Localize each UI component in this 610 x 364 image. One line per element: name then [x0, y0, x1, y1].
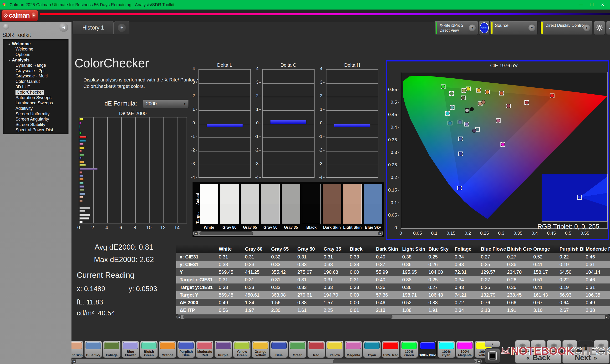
colorchecker-swatch-strip[interactable]: Actual Target WhiteGray 80Gray 65Gray 50…	[193, 182, 384, 237]
panel-collapse-button[interactable]: ◀	[606, 21, 610, 35]
patch-button-cyan[interactable]: Cyan	[363, 341, 381, 358]
patch-button-yellow[interactable]: Yellow	[326, 341, 344, 358]
delta-chart-delta-l[interactable]: Delta L43210-1-2-3-4	[189, 62, 252, 183]
swatch-white[interactable]	[200, 184, 218, 224]
patch-button-100-red[interactable]: 100% Red	[382, 341, 399, 358]
swatch-gray-65[interactable]	[241, 184, 259, 224]
patch-button-blue[interactable]: Blue	[270, 341, 288, 358]
patch-button-green[interactable]: Green	[289, 341, 306, 358]
scroll-left-arrow[interactable]: ◀	[177, 315, 181, 319]
swatch-gray-35[interactable]	[282, 184, 300, 224]
meter-session-button[interactable]: 233	[479, 21, 489, 35]
sidebar-item-dynamic-range[interactable]: Dynamic Range	[3, 63, 68, 68]
sidebar-collapse-button[interactable]: ◀	[59, 23, 68, 32]
scroll-thumb[interactable]	[183, 315, 392, 319]
table-cell: 275.07	[296, 269, 322, 275]
meter-dropdown[interactable]: X-Rite i1Pro 2 Direct View ▼	[435, 21, 478, 35]
table-cell: 0.27	[480, 277, 506, 283]
delta-chart-delta-h[interactable]: Delta H43210-1-2-3-4	[316, 62, 379, 183]
patch-button-blue-flower[interactable]: Blue Flower	[121, 341, 139, 358]
scroll-left-arrow[interactable]: ◀	[72, 360, 76, 363]
scroll-left-arrow[interactable]: ◀	[194, 231, 198, 235]
patch-button-100-cyan[interactable]: 100% Cyan	[438, 341, 455, 358]
patch-button-100-green[interactable]: 100% Green	[400, 341, 418, 358]
pattern-up-button[interactable]: ▲	[485, 341, 500, 347]
swatch-light-skin[interactable]	[343, 184, 362, 224]
sidebar-item-welcome[interactable]: Welcome	[3, 47, 68, 52]
display-control-dropdown[interactable]: Direct Display Control ▼	[540, 21, 592, 35]
swatch-blue-sky[interactable]	[363, 184, 382, 224]
sidebar-item-additivity[interactable]: Additivity	[3, 106, 68, 111]
scroll-right-arrow[interactable]: ▶	[378, 231, 382, 235]
sidebar-item-grayscale-2pt[interactable]: Grayscale - 2pt	[3, 68, 68, 74]
swatch-gray-80[interactable]	[220, 184, 239, 224]
sidebar-item-analysis[interactable]: Analysis	[3, 57, 68, 63]
sidebar-item-screen-stability[interactable]: Screen Stability	[3, 122, 68, 128]
pattern-blackout-button[interactable]	[485, 348, 500, 364]
patch-button-light-skin[interactable]: Light Skin	[71, 341, 83, 358]
settings-button[interactable]	[594, 21, 605, 35]
patch-label: Bluish Green	[140, 350, 157, 357]
swatch-dark-skin[interactable]	[323, 184, 341, 224]
patch-button-magenta[interactable]: Magenta	[345, 341, 362, 358]
cie-1976-chart[interactable]: CIE 1976 u'v'	[386, 60, 609, 240]
transport-button-1[interactable]	[515, 340, 530, 351]
y-axis-tick-label: 3	[316, 80, 324, 85]
sidebar-item-screen-uniformity[interactable]: Screen Uniformity	[3, 111, 68, 117]
scroll-thumb[interactable]	[199, 231, 253, 235]
swatch-black[interactable]	[302, 184, 321, 224]
sidebar-item-color-gamut[interactable]: Color Gamut	[3, 79, 68, 84]
gridline	[135, 117, 136, 223]
gridline	[199, 151, 250, 152]
de-formula-select[interactable]: 2000 ▼	[143, 100, 189, 108]
source-dropdown[interactable]: Source ▼	[490, 21, 538, 35]
swatch-gray-50[interactable]	[261, 184, 280, 224]
scroll-right-arrow[interactable]: ▶	[605, 315, 609, 319]
x-axis-tick-label: 0.55	[579, 231, 591, 236]
sidebar-item-3d-lut[interactable]: 3D LUT	[3, 84, 68, 90]
patch-button-yellow-green[interactable]: Yellow Green	[233, 341, 251, 358]
sidebar-item-screen-angularity[interactable]: Screen Angularity	[3, 117, 68, 122]
patch-button-orange[interactable]: Orange	[159, 341, 176, 358]
scroll-thumb[interactable]	[333, 360, 476, 363]
patch-button-purple[interactable]: Purple	[214, 341, 232, 358]
sidebar-item-luminance-sweeps[interactable]: Luminance Sweeps	[3, 101, 68, 106]
patch-button-100-blue[interactable]: 100% Blue	[419, 341, 437, 358]
scroll-right-arrow[interactable]: ▶	[477, 360, 481, 363]
calman-menu-button[interactable]: calman ▼	[1, 10, 38, 21]
gridline	[326, 151, 378, 152]
patch-button-100-magenta[interactable]: 100% Magenta	[456, 341, 474, 358]
delta-chart-delta-c[interactable]: Delta C43210-1-2-3-4	[253, 62, 315, 183]
meter-name: X-Rite i1Pro 2	[440, 23, 464, 27]
patch-button-moderate-red[interactable]: Moderate Red	[196, 341, 213, 358]
maximize-button[interactable]: ❐	[586, 0, 597, 10]
sidebar-item-colorchecker[interactable]: ColorChecker	[3, 90, 68, 95]
sidebar-item-saturation-sweeps[interactable]: Saturation Sweeps	[3, 95, 68, 101]
transport-button-6[interactable]	[594, 340, 609, 351]
patch-button-purplish-blue[interactable]: Purplish Blue	[177, 341, 195, 358]
transport-button-5[interactable]	[578, 340, 593, 351]
delta-e-2000-chart[interactable]: DeltaE 2000 02468101214	[76, 111, 188, 234]
sidebar-item-grayscale-multi[interactable]: Grayscale - Multi	[3, 74, 68, 79]
table-scrollbar[interactable]: ◀▶	[176, 314, 610, 319]
sidebar-pin-button[interactable]	[3, 24, 9, 29]
sidebar-item-options[interactable]: Options	[3, 52, 68, 57]
transport-button-3[interactable]	[547, 340, 561, 351]
add-tab-button[interactable]: +	[114, 21, 130, 34]
next-button[interactable]: Next»	[562, 352, 610, 364]
minimize-button[interactable]: —	[575, 0, 586, 10]
patch-button-orange-yellow[interactable]: Orange Yellow	[252, 341, 269, 358]
sidebar-item-welcome[interactable]: Welcome	[3, 41, 68, 47]
patch-scrollbar[interactable]: ◀▶	[71, 359, 482, 364]
patch-button-foliage[interactable]: Foliage	[103, 341, 121, 358]
patch-button-blue-sky[interactable]: Blue Sky	[84, 341, 102, 358]
tab-history-1[interactable]: History 1	[73, 21, 114, 34]
close-button[interactable]: ✕	[597, 0, 608, 10]
patch-button-bluish-green[interactable]: Bluish Green	[140, 341, 158, 358]
swatch-scrollbar[interactable]: ◀▶	[193, 231, 383, 236]
patch-button-red[interactable]: Red	[307, 341, 325, 358]
transport-button-4[interactable]	[562, 340, 577, 351]
transport-button-2[interactable]	[531, 340, 546, 351]
back-button[interactable]: «Back	[515, 352, 561, 364]
sidebar-item-spectral-power-dist[interactable]: Spectral Power Dist.	[3, 128, 68, 133]
